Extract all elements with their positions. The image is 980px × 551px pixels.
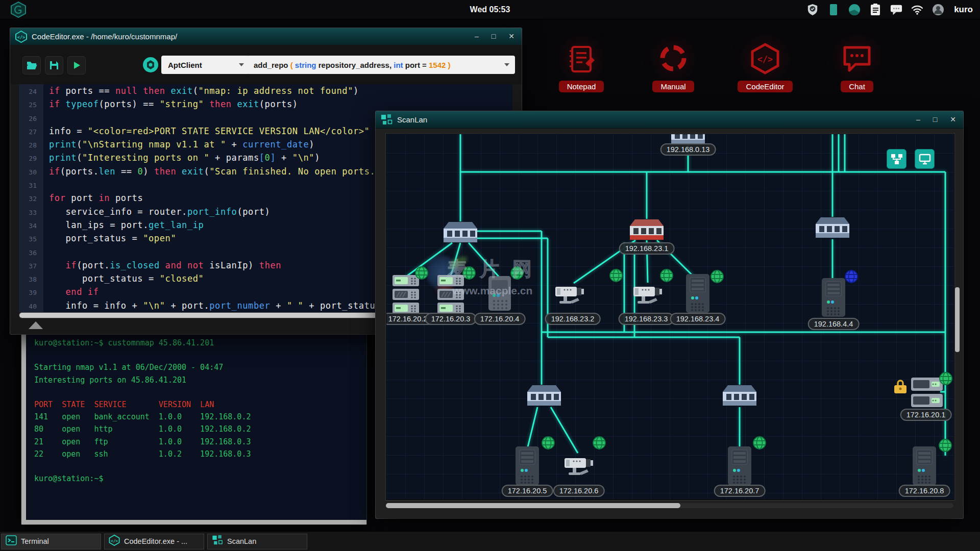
- ip-label[interactable]: 192.168.4.4: [808, 318, 860, 330]
- close-button[interactable]: ✕: [950, 111, 956, 128]
- network-map[interactable]: 麦片网 www.macple.cn 192.168.0.13192.168.23…: [386, 134, 954, 500]
- camera-icon[interactable]: [633, 284, 662, 309]
- desktop-icon-manual[interactable]: Manual: [635, 43, 712, 92]
- svg-text:</>: </>: [17, 35, 25, 40]
- taskbar-item-label: Terminal: [21, 537, 49, 545]
- system-tray: kuro: [806, 0, 973, 19]
- globe-icon[interactable]: [609, 269, 623, 284]
- tower-icon[interactable]: [822, 278, 845, 319]
- topology-view-button[interactable]: [887, 149, 906, 169]
- save-file-button[interactable]: [45, 56, 63, 74]
- codeeditor-sm-icon: </>: [109, 535, 120, 548]
- codeeditor-title-icon: </>: [15, 31, 27, 43]
- shield-icon[interactable]: [806, 4, 819, 16]
- switch-icon[interactable]: [527, 384, 561, 410]
- minimize-button[interactable]: –: [475, 28, 479, 45]
- battery-icon[interactable]: [827, 4, 840, 16]
- globe-icon[interactable]: [939, 372, 952, 387]
- maximize-button[interactable]: □: [933, 111, 937, 128]
- clipboard-icon[interactable]: [869, 4, 881, 16]
- topology-icon: [890, 153, 903, 166]
- taskbar-item-codeeditorexe[interactable]: </>CodeEditor.exe - ...: [104, 534, 204, 549]
- switchred-icon[interactable]: [630, 218, 664, 244]
- signature-text: add_repo ( string repository_address, in…: [254, 61, 451, 69]
- avatar-icon[interactable]: [932, 4, 944, 16]
- switch-icon[interactable]: [723, 384, 756, 410]
- switch-icon[interactable]: [816, 216, 849, 242]
- ip-label[interactable]: 192.168.23.1: [619, 242, 675, 255]
- camera-icon[interactable]: [555, 284, 584, 309]
- panel-expander-arrow-icon[interactable]: [29, 321, 43, 329]
- globe-icon[interactable]: [939, 439, 952, 454]
- tower-icon[interactable]: [728, 446, 751, 487]
- globe-icon[interactable]: [593, 436, 606, 452]
- ip-label[interactable]: 172.16.20.7: [714, 485, 766, 497]
- codeeditor-toolbar: AptClient add_repo ( string repository_a…: [10, 45, 522, 84]
- scanlan-window[interactable]: ScanLan – □ ✕ 麦片网 www.macple.cn 192.168.…: [376, 111, 963, 518]
- tower-icon[interactable]: [913, 446, 936, 487]
- map-horizontal-scrollbar[interactable]: [386, 503, 953, 508]
- class-dropdown[interactable]: AptClient: [161, 56, 250, 74]
- close-button[interactable]: ✕: [508, 28, 514, 45]
- taskbar-item-scanlan[interactable]: ScanLan: [207, 534, 307, 549]
- tower-icon[interactable]: [516, 446, 539, 487]
- ip-label[interactable]: 172.16.20.4: [474, 313, 526, 325]
- save-icon: [48, 60, 60, 71]
- apt-package-icon: [142, 56, 159, 73]
- rack2-icon[interactable]: [911, 378, 943, 410]
- taskbar-item-terminal[interactable]: Terminal: [1, 534, 101, 549]
- ip-label[interactable]: 172.16.20.6: [553, 485, 605, 497]
- ip-label[interactable]: 192.168.23.2: [545, 313, 601, 325]
- terminal-window[interactable]: kuro@station:~$ customnmap 45.86.41.201 …: [21, 327, 366, 524]
- desktop-icon-label: CodeEditor: [738, 81, 792, 92]
- map-vertical-scrollbar[interactable]: [955, 287, 960, 352]
- svg-text:</>: </>: [757, 54, 773, 64]
- globe-icon[interactable]: [753, 436, 766, 452]
- wifi-icon[interactable]: [911, 4, 923, 16]
- ip-label[interactable]: 172.16.20.5: [502, 485, 553, 497]
- camera-icon[interactable]: [565, 455, 593, 481]
- terminal-left-scrollbar[interactable]: [21, 327, 26, 524]
- globe-icon[interactable]: [415, 266, 428, 282]
- globe-icon[interactable]: [710, 270, 724, 285]
- globe-icon[interactable]: [660, 269, 673, 284]
- desktop-icon-notepad[interactable]: Notepad: [543, 43, 620, 92]
- folder-open-icon: [26, 60, 37, 71]
- codeeditor-titlebar[interactable]: </> CodeEditor.exe - /home/kuro/customnm…: [10, 28, 522, 45]
- code-line: 24if ports == null then exit("nmap: ip a…: [19, 84, 512, 97]
- lock-icon[interactable]: [894, 379, 906, 396]
- scanlan-sm-icon: [212, 535, 223, 548]
- scanlan-titlebar[interactable]: ScanLan – □ ✕: [376, 111, 963, 129]
- desktop-icon-chat[interactable]: Chat: [819, 43, 895, 92]
- signature-dropdown[interactable]: add_repo ( string repository_address, in…: [247, 56, 515, 74]
- remote-monitor-button[interactable]: [915, 149, 935, 169]
- terminal-bottom-scrollbar[interactable]: [21, 520, 366, 524]
- tower-icon[interactable]: [686, 274, 709, 315]
- taskbar-item-label: CodeEditor.exe - ...: [124, 537, 187, 545]
- open-file-button[interactable]: [22, 56, 41, 74]
- ip-label[interactable]: 172.16.20.3: [425, 313, 477, 325]
- codeeditor-icon: </>: [749, 43, 781, 78]
- username: kuro: [954, 5, 973, 15]
- switch-icon[interactable]: [444, 221, 477, 246]
- top-status-bar: Wed 05:53 kuro: [0, 0, 980, 19]
- globe-icon[interactable]: [542, 436, 555, 452]
- ip-label[interactable]: 192.168.23.3: [619, 313, 674, 325]
- ip-label[interactable]: 192.168.23.4: [670, 313, 726, 325]
- class-dropdown-value: AptClient: [168, 61, 202, 69]
- chat-icon[interactable]: [890, 4, 902, 16]
- maximize-button[interactable]: □: [492, 28, 496, 45]
- ip-label[interactable]: 192.168.0.13: [660, 143, 716, 156]
- play-icon: [71, 60, 82, 71]
- globeb-icon[interactable]: [845, 270, 858, 285]
- scanlan-title: ScanLan: [397, 115, 427, 124]
- desktop-icon-codeeditor[interactable]: </>CodeEditor: [727, 43, 803, 92]
- manual-icon: [657, 43, 690, 78]
- ip-label[interactable]: 172.16.20.8: [899, 485, 950, 497]
- disk-icon[interactable]: [848, 4, 861, 16]
- desktop-icon-label: Manual: [652, 81, 694, 92]
- run-script-button[interactable]: [67, 56, 86, 74]
- ip-label[interactable]: 172.16.20.1: [900, 409, 952, 421]
- minimize-button[interactable]: –: [916, 111, 920, 128]
- terminal-output[interactable]: kuro@station:~$ customnmap 45.86.41.201 …: [34, 337, 251, 485]
